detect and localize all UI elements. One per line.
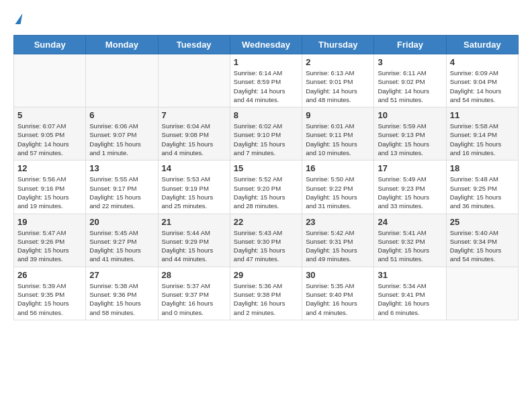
calendar-day-header: Friday: [374, 36, 446, 54]
day-number: 27: [89, 270, 154, 280]
day-info: Sunrise: 5:35 AM Sunset: 9:40 PM Dayligh…: [306, 281, 370, 317]
day-number: 21: [162, 217, 226, 227]
day-number: 23: [306, 217, 370, 227]
calendar-cell: 26Sunrise: 5:39 AM Sunset: 9:35 PM Dayli…: [14, 267, 86, 320]
day-info: Sunrise: 6:07 AM Sunset: 9:05 PM Dayligh…: [17, 122, 82, 157]
page-header: [13, 13, 519, 24]
day-info: Sunrise: 6:13 AM Sunset: 9:01 PM Dayligh…: [306, 68, 370, 104]
calendar-cell: 23Sunrise: 5:42 AM Sunset: 9:31 PM Dayli…: [302, 214, 374, 267]
day-number: 2: [306, 57, 370, 67]
day-number: 5: [17, 110, 82, 120]
calendar-cell: 2Sunrise: 6:13 AM Sunset: 9:01 PM Daylig…: [302, 54, 374, 107]
calendar-table: SundayMondayTuesdayWednesdayThursdayFrid…: [13, 35, 519, 320]
calendar-cell: 7Sunrise: 6:04 AM Sunset: 9:08 PM Daylig…: [158, 107, 230, 161]
day-info: Sunrise: 5:56 AM Sunset: 9:16 PM Dayligh…: [17, 175, 82, 210]
calendar-week-row: 1Sunrise: 6:14 AM Sunset: 8:59 PM Daylig…: [14, 54, 519, 107]
day-number: 14: [162, 163, 226, 173]
calendar-cell: 18Sunrise: 5:48 AM Sunset: 9:25 PM Dayli…: [446, 161, 518, 214]
day-info: Sunrise: 5:45 AM Sunset: 9:27 PM Dayligh…: [89, 228, 154, 264]
calendar-week-row: 12Sunrise: 5:56 AM Sunset: 9:16 PM Dayli…: [14, 161, 519, 214]
calendar-day-header: Saturday: [446, 36, 518, 54]
day-number: 9: [306, 110, 370, 120]
logo: [13, 13, 21, 24]
day-info: Sunrise: 6:14 AM Sunset: 8:59 PM Dayligh…: [234, 68, 298, 104]
calendar-cell: 14Sunrise: 5:53 AM Sunset: 9:19 PM Dayli…: [158, 161, 230, 214]
calendar-day-header: Thursday: [302, 36, 374, 54]
calendar-cell: 24Sunrise: 5:41 AM Sunset: 9:32 PM Dayli…: [374, 214, 446, 267]
calendar-day-header: Wednesday: [230, 36, 302, 54]
calendar-day-header: Monday: [86, 36, 158, 54]
calendar-day-header: Sunday: [14, 36, 86, 54]
day-number: 10: [378, 110, 442, 120]
day-info: Sunrise: 5:49 AM Sunset: 9:23 PM Dayligh…: [378, 175, 442, 210]
day-info: Sunrise: 5:55 AM Sunset: 9:17 PM Dayligh…: [89, 175, 154, 210]
day-info: Sunrise: 5:37 AM Sunset: 9:37 PM Dayligh…: [162, 281, 226, 317]
calendar-cell: 31Sunrise: 5:34 AM Sunset: 9:41 PM Dayli…: [374, 267, 446, 320]
day-number: 4: [450, 57, 515, 67]
calendar-cell: 20Sunrise: 5:45 AM Sunset: 9:27 PM Dayli…: [86, 214, 158, 267]
day-info: Sunrise: 5:43 AM Sunset: 9:30 PM Dayligh…: [234, 228, 298, 264]
calendar-cell: 29Sunrise: 5:36 AM Sunset: 9:38 PM Dayli…: [230, 267, 302, 320]
day-number: 11: [450, 110, 515, 120]
calendar-cell: 13Sunrise: 5:55 AM Sunset: 9:17 PM Dayli…: [86, 161, 158, 214]
day-info: Sunrise: 5:48 AM Sunset: 9:25 PM Dayligh…: [450, 175, 515, 210]
day-number: 26: [17, 270, 82, 280]
day-info: Sunrise: 6:11 AM Sunset: 9:02 PM Dayligh…: [378, 68, 442, 104]
calendar-cell: 8Sunrise: 6:02 AM Sunset: 9:10 PM Daylig…: [230, 107, 302, 161]
day-info: Sunrise: 5:38 AM Sunset: 9:36 PM Dayligh…: [89, 281, 154, 317]
day-number: 3: [378, 57, 442, 67]
calendar-cell: 30Sunrise: 5:35 AM Sunset: 9:40 PM Dayli…: [302, 267, 374, 320]
day-number: 12: [17, 163, 82, 173]
day-info: Sunrise: 6:02 AM Sunset: 9:10 PM Dayligh…: [234, 122, 298, 157]
day-info: Sunrise: 5:52 AM Sunset: 9:20 PM Dayligh…: [234, 175, 298, 210]
day-info: Sunrise: 5:34 AM Sunset: 9:41 PM Dayligh…: [378, 281, 442, 317]
calendar-cell: [14, 54, 86, 107]
calendar-cell: 3Sunrise: 6:11 AM Sunset: 9:02 PM Daylig…: [374, 54, 446, 107]
calendar-cell: 5Sunrise: 6:07 AM Sunset: 9:05 PM Daylig…: [14, 107, 86, 161]
calendar-cell: 19Sunrise: 5:47 AM Sunset: 9:26 PM Dayli…: [14, 214, 86, 267]
day-number: 16: [306, 163, 370, 173]
day-number: 17: [378, 163, 442, 173]
day-info: Sunrise: 5:59 AM Sunset: 9:13 PM Dayligh…: [378, 122, 442, 157]
calendar-cell: 21Sunrise: 5:44 AM Sunset: 9:29 PM Dayli…: [158, 214, 230, 267]
day-number: 13: [89, 163, 154, 173]
day-number: 28: [162, 270, 226, 280]
day-number: 7: [162, 110, 226, 120]
calendar-cell: [446, 267, 518, 320]
calendar-cell: 27Sunrise: 5:38 AM Sunset: 9:36 PM Dayli…: [86, 267, 158, 320]
calendar-cell: 9Sunrise: 6:01 AM Sunset: 9:11 PM Daylig…: [302, 107, 374, 161]
calendar-cell: 16Sunrise: 5:50 AM Sunset: 9:22 PM Dayli…: [302, 161, 374, 214]
day-info: Sunrise: 5:44 AM Sunset: 9:29 PM Dayligh…: [162, 228, 226, 264]
day-number: 15: [234, 163, 298, 173]
day-number: 25: [450, 217, 515, 227]
calendar-cell: 15Sunrise: 5:52 AM Sunset: 9:20 PM Dayli…: [230, 161, 302, 214]
calendar-cell: 12Sunrise: 5:56 AM Sunset: 9:16 PM Dayli…: [14, 161, 86, 214]
day-info: Sunrise: 5:47 AM Sunset: 9:26 PM Dayligh…: [17, 228, 82, 264]
day-number: 6: [89, 110, 154, 120]
calendar-week-row: 26Sunrise: 5:39 AM Sunset: 9:35 PM Dayli…: [14, 267, 519, 320]
calendar-cell: 6Sunrise: 6:06 AM Sunset: 9:07 PM Daylig…: [86, 107, 158, 161]
day-number: 22: [234, 217, 298, 227]
day-number: 1: [234, 57, 298, 67]
calendar-cell: [86, 54, 158, 107]
calendar-cell: 17Sunrise: 5:49 AM Sunset: 9:23 PM Dayli…: [374, 161, 446, 214]
day-number: 18: [450, 163, 515, 173]
day-info: Sunrise: 5:41 AM Sunset: 9:32 PM Dayligh…: [378, 228, 442, 264]
day-info: Sunrise: 5:42 AM Sunset: 9:31 PM Dayligh…: [306, 228, 370, 264]
day-number: 20: [89, 217, 154, 227]
logo-icon: [15, 13, 23, 24]
calendar-cell: 22Sunrise: 5:43 AM Sunset: 9:30 PM Dayli…: [230, 214, 302, 267]
day-number: 31: [378, 270, 442, 280]
day-info: Sunrise: 6:06 AM Sunset: 9:07 PM Dayligh…: [89, 122, 154, 157]
calendar-cell: 10Sunrise: 5:59 AM Sunset: 9:13 PM Dayli…: [374, 107, 446, 161]
calendar-header-row: SundayMondayTuesdayWednesdayThursdayFrid…: [14, 36, 519, 54]
day-info: Sunrise: 5:50 AM Sunset: 9:22 PM Dayligh…: [306, 175, 370, 210]
day-info: Sunrise: 5:36 AM Sunset: 9:38 PM Dayligh…: [234, 281, 298, 317]
day-number: 29: [234, 270, 298, 280]
calendar-week-row: 19Sunrise: 5:47 AM Sunset: 9:26 PM Dayli…: [14, 214, 519, 267]
calendar-cell: 25Sunrise: 5:40 AM Sunset: 9:34 PM Dayli…: [446, 214, 518, 267]
day-info: Sunrise: 5:58 AM Sunset: 9:14 PM Dayligh…: [450, 122, 515, 157]
calendar-day-header: Tuesday: [158, 36, 230, 54]
day-number: 8: [234, 110, 298, 120]
day-number: 19: [17, 217, 82, 227]
